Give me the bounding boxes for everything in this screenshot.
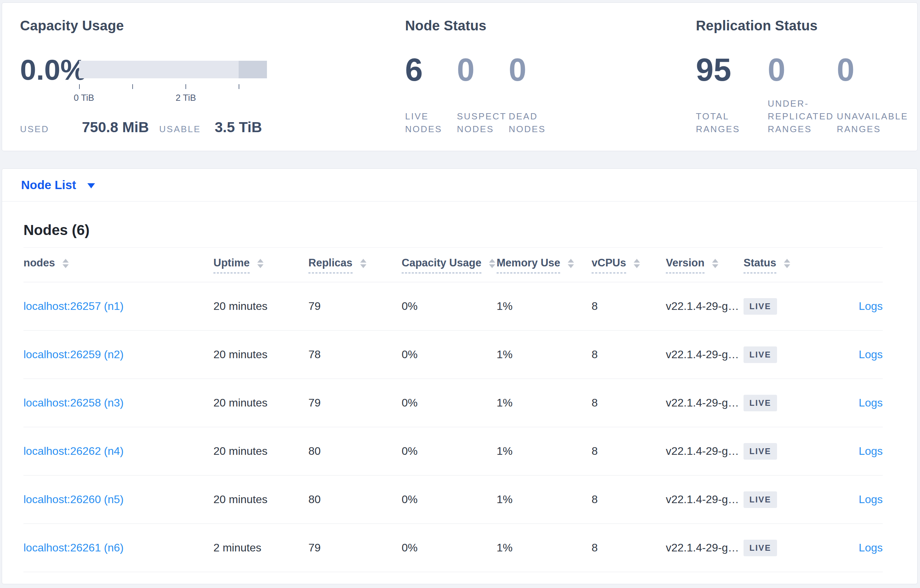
uptime-cell: 20 minutes <box>214 300 308 313</box>
status-badge: LIVE <box>743 540 777 556</box>
column-header-nodes[interactable]: nodes <box>23 257 214 273</box>
capacity-usage-title: Capacity Usage <box>20 18 124 34</box>
usable-value: 3.5 TiB <box>215 119 262 136</box>
column-header-replicas[interactable]: Replicas <box>308 257 402 273</box>
axis-tick-label: 0 TiB <box>74 92 94 103</box>
nodes-table-header: nodes Uptime Replicas Capacity Usage Mem… <box>23 247 883 282</box>
logs-link[interactable]: Logs <box>859 396 883 409</box>
node-link[interactable]: localhost:26261 (n6) <box>23 541 124 554</box>
logs-link[interactable]: Logs <box>859 445 883 457</box>
live-nodes-label: LIVE NODES <box>405 110 457 136</box>
vcpus-cell: 8 <box>591 541 666 554</box>
dead-nodes-count: 0 <box>509 54 567 86</box>
capacity-usage-section: Capacity Usage 0.0% 0 TiB 2 TiB USED 750… <box>20 3 289 151</box>
capacity-cell: 0% <box>402 396 497 409</box>
column-header-status[interactable]: Status <box>743 257 830 273</box>
node-link[interactable]: localhost:26257 (n1) <box>23 300 124 312</box>
capacity-cell: 0% <box>402 541 497 554</box>
live-nodes-count: 6 <box>405 54 457 86</box>
column-header-vcpus[interactable]: vCPUs <box>591 257 666 273</box>
memory-cell: 1% <box>497 348 591 361</box>
status-badge: LIVE <box>743 443 777 460</box>
table-row: localhost:26261 (n6) 2 minutes 79 0% 1% … <box>23 524 883 572</box>
node-list-selector[interactable]: Node List <box>2 169 917 202</box>
status-badge: LIVE <box>743 491 777 508</box>
axis-tick-label: 2 TiB <box>175 92 196 103</box>
table-row: localhost:26259 (n2) 20 minutes 78 0% 1%… <box>23 331 883 379</box>
used-value: 750.8 MiB <box>82 119 149 136</box>
usable-label: USABLE <box>159 124 201 134</box>
replication-status-section: Replication Status 95 0 0 TOTAL RANGES U… <box>696 3 920 151</box>
vcpus-cell: 8 <box>591 493 666 506</box>
logs-link[interactable]: Logs <box>859 493 883 506</box>
replicas-cell: 78 <box>308 348 402 361</box>
used-label: USED <box>20 124 49 134</box>
vcpus-cell: 8 <box>591 445 666 457</box>
uptime-cell: 20 minutes <box>214 445 308 457</box>
cluster-summary-panel: Capacity Usage 0.0% 0 TiB 2 TiB USED 750… <box>2 2 918 151</box>
chevron-down-icon <box>87 183 95 188</box>
node-link[interactable]: localhost:26260 (n5) <box>23 493 124 506</box>
memory-cell: 1% <box>497 493 591 506</box>
uptime-cell: 20 minutes <box>214 396 308 409</box>
logs-link[interactable]: Logs <box>859 348 883 360</box>
nodes-table: Nodes (6) nodes Uptime Replicas Capacity… <box>2 221 917 572</box>
dead-nodes-label: DEAD NODES <box>509 110 567 136</box>
logs-link[interactable]: Logs <box>859 541 883 554</box>
table-row: localhost:26260 (n5) 20 minutes 80 0% 1%… <box>23 475 883 524</box>
column-header-version[interactable]: Version <box>666 257 743 273</box>
sort-icon <box>568 259 574 268</box>
uptime-cell: 20 minutes <box>214 348 308 361</box>
version-cell: v22.1.4-29-g… <box>666 541 743 554</box>
memory-cell: 1% <box>497 396 591 409</box>
logs-link[interactable]: Logs <box>859 300 883 312</box>
memory-cell: 1% <box>497 300 591 313</box>
under-replicated-label: UNDER- REPLICATED RANGES <box>768 97 837 136</box>
vcpus-cell: 8 <box>591 348 666 361</box>
replicas-cell: 80 <box>308 445 402 457</box>
uptime-cell: 20 minutes <box>214 493 308 506</box>
table-row: localhost:26262 (n4) 20 minutes 80 0% 1%… <box>23 427 883 475</box>
memory-cell: 1% <box>497 541 591 554</box>
total-ranges-label: TOTAL RANGES <box>696 110 768 136</box>
column-header-capacity[interactable]: Capacity Usage <box>402 257 497 273</box>
version-cell: v22.1.4-29-g… <box>666 396 743 409</box>
status-badge: LIVE <box>743 395 777 411</box>
nodes-table-title: Nodes (6) <box>23 221 883 239</box>
suspect-nodes-label: SUSPECT NODES <box>457 110 509 136</box>
capacity-cell: 0% <box>402 445 497 457</box>
capacity-used-usable-row: USED 750.8 MiB USABLE 3.5 TiB <box>20 119 262 136</box>
node-list-selector-label: Node List <box>21 178 76 192</box>
vcpus-cell: 8 <box>591 396 666 409</box>
capacity-bar-segment <box>239 61 267 78</box>
status-badge: LIVE <box>743 298 777 315</box>
column-header-uptime[interactable]: Uptime <box>214 257 308 273</box>
under-replicated-count: 0 <box>768 54 837 86</box>
column-header-memory[interactable]: Memory Use <box>497 257 591 273</box>
node-status-title: Node Status <box>405 18 487 34</box>
replicas-cell: 79 <box>308 300 402 313</box>
replicas-cell: 79 <box>308 396 402 409</box>
sort-icon <box>634 259 640 268</box>
sort-icon <box>712 259 718 268</box>
capacity-bar-track <box>79 61 267 78</box>
table-row: localhost:26257 (n1) 20 minutes 79 0% 1%… <box>23 282 883 331</box>
sort-icon <box>784 259 790 268</box>
version-cell: v22.1.4-29-g… <box>666 445 743 457</box>
table-row: localhost:26258 (n3) 20 minutes 79 0% 1%… <box>23 379 883 427</box>
axis-tick <box>132 84 133 89</box>
status-badge: LIVE <box>743 346 777 363</box>
node-link[interactable]: localhost:26258 (n3) <box>23 396 124 409</box>
version-cell: v22.1.4-29-g… <box>666 493 743 506</box>
cluster-overview-page: { "colors": { "accent_blue": "#1259ee", … <box>0 0 920 588</box>
capacity-cell: 0% <box>402 300 497 313</box>
memory-cell: 1% <box>497 445 591 457</box>
sort-icon <box>360 259 366 268</box>
capacity-cell: 0% <box>402 493 497 506</box>
node-link[interactable]: localhost:26259 (n2) <box>23 348 124 360</box>
capacity-percent: 0.0% <box>20 55 86 84</box>
capacity-cell: 0% <box>402 348 497 361</box>
version-cell: v22.1.4-29-g… <box>666 300 743 313</box>
node-list-panel: Node List Nodes (6) nodes Uptime Replica… <box>2 168 918 584</box>
node-link[interactable]: localhost:26262 (n4) <box>23 445 124 457</box>
